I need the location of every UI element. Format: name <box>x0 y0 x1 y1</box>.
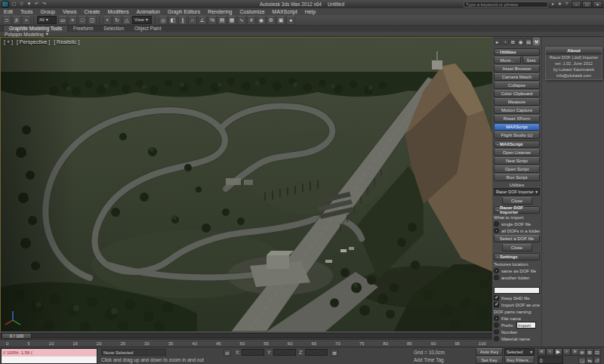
next-frame-icon[interactable]: › <box>562 348 571 356</box>
save-file-icon[interactable]: ▼ <box>26 1 32 8</box>
settings-rollout-header[interactable]: - Settings <box>494 253 540 261</box>
maxscript-rollout-header[interactable]: - MAXScript <box>494 140 540 148</box>
infocenter-search-input[interactable] <box>464 2 548 8</box>
importer-close-button[interactable]: Close <box>502 244 532 251</box>
3ds-max-logo[interactable] <box>2 1 9 8</box>
utility-color-clipboard-button[interactable]: Color Clipboard <box>494 90 540 97</box>
importer-rollout-header[interactable]: - Racer DOF Importer <box>494 206 540 214</box>
snaps-toggle-icon[interactable]: ∩ <box>188 16 197 25</box>
key-filters-button[interactable]: Key Filters... <box>504 356 535 364</box>
rendered-frame-window-icon[interactable]: ▣ <box>276 16 285 25</box>
utilities-rollout-header[interactable]: - Utilities <box>494 48 540 56</box>
zoom-all-icon[interactable]: ⊞ <box>586 348 593 356</box>
mirror-icon[interactable]: ◧ <box>168 16 177 25</box>
menu-item[interactable]: Graph Editors <box>164 8 204 15</box>
open-listener-button[interactable]: Open Listener <box>494 149 540 156</box>
utility-reset-xform-button[interactable]: Reset XForm <box>494 115 540 122</box>
select-and-scale-icon[interactable]: △ <box>122 16 131 25</box>
viewport-general-menu[interactable]: [ + ] <box>4 39 13 45</box>
time-slider[interactable]: 0 / 100 <box>0 332 492 339</box>
utility-dropdown[interactable]: Racer DOF Importer ▾ <box>494 188 540 196</box>
hierarchy-tab[interactable]: ⊞ <box>510 38 516 45</box>
named-selection-sets-icon[interactable]: ▤ <box>217 16 226 25</box>
maxscript-close-button[interactable]: Close <box>502 197 532 205</box>
field-of-view-icon[interactable]: ◲ <box>578 356 586 364</box>
about-email[interactable]: info@plukasik.com <box>546 72 602 79</box>
modify-tab[interactable]: ◔ <box>501 38 508 45</box>
select-and-rotate-icon[interactable]: ↻ <box>112 16 122 25</box>
run-script-button[interactable]: Run Script <box>494 174 540 181</box>
radio-all-dofs[interactable]: all DOFs in a folder <box>494 227 540 234</box>
menu-item[interactable]: MAXScript <box>269 8 301 15</box>
redo-icon[interactable]: ↷ <box>41 1 48 8</box>
menu-item[interactable]: Rendering <box>204 8 236 15</box>
undo-icon[interactable]: ↶ <box>33 1 40 8</box>
utility-collapse-button[interactable]: Collapse <box>494 82 540 89</box>
zoom-extents-icon[interactable]: ⊡ <box>593 348 601 356</box>
radio-prefix[interactable]: Prefix: <box>494 322 540 329</box>
previous-frame-icon[interactable]: ‹ <box>546 348 554 356</box>
current-frame-field[interactable] <box>538 356 563 364</box>
curve-editor-icon[interactable]: ∿ <box>237 16 246 25</box>
select-object-icon[interactable]: ▭ <box>58 16 67 25</box>
bind-to-spacewarp-icon[interactable]: ≈ <box>22 16 31 25</box>
menu-item[interactable]: Modifiers <box>103 8 132 15</box>
rectangular-selection-icon[interactable]: □ <box>78 16 87 25</box>
utility-sets-button[interactable]: Sets <box>522 57 540 64</box>
menu-item[interactable]: Tools <box>17 8 36 15</box>
select-dof-file-button[interactable]: Select a DOF file <box>494 235 540 242</box>
key-mode-dropdown[interactable]: Selected ▾ <box>504 348 535 356</box>
radio-material-name[interactable]: Material name <box>494 335 540 342</box>
time-slider-handle[interactable]: 0 / 100 <box>2 333 32 339</box>
utilities-tab[interactable]: ⚒ <box>533 38 540 45</box>
maximize-button[interactable]: □ <box>582 1 592 8</box>
unlink-selection-icon[interactable]: ⊅ <box>12 16 21 25</box>
new-script-button[interactable]: New Script <box>494 157 540 165</box>
select-and-move-icon[interactable]: + <box>103 16 112 25</box>
minimize-button[interactable]: – <box>572 1 581 8</box>
set-key-button[interactable]: Set Key <box>476 356 503 364</box>
open-script-button[interactable]: Open Script <box>494 165 540 173</box>
motion-tab[interactable]: ◉ <box>517 38 524 45</box>
display-tab[interactable]: ▤ <box>525 38 532 45</box>
go-to-start-icon[interactable]: « <box>538 348 546 356</box>
menu-item[interactable]: Create <box>80 8 103 15</box>
percent-snap-icon[interactable]: % <box>208 16 217 25</box>
keep-shd-checkbox[interactable]: Keep SHD file <box>494 295 540 301</box>
zoom-icon[interactable]: ⊕ <box>578 348 586 356</box>
align-icon[interactable]: ∥ <box>178 16 187 25</box>
maxscript-mini-listener[interactable]: // 100%: 1,56 ( <box>1 348 97 364</box>
import-one-object-checkbox[interactable]: Import DOF as one object. <box>494 301 540 308</box>
mini-listener-macro-line[interactable]: // 100%: 1,56 ( <box>2 349 97 356</box>
add-time-tag[interactable]: Add Time Tag <box>414 357 444 362</box>
render-setup-icon[interactable]: ⚙ <box>267 16 276 25</box>
utility-maxscript-button[interactable]: MAXScript <box>494 123 540 131</box>
utility-flight-studio-button[interactable]: Flight Studio (c) <box>494 131 540 139</box>
crossing-selection-icon[interactable]: ◫ <box>88 16 97 25</box>
pan-icon[interactable]: ⇆ <box>586 356 593 364</box>
mini-listener-script-line[interactable] <box>2 356 97 363</box>
time-slider-track[interactable] <box>1 333 492 338</box>
radio-another-folder[interactable]: another folder: <box>494 274 540 281</box>
angle-snap-icon[interactable]: ∠ <box>198 16 207 25</box>
favorites-star-icon[interactable]: ★ <box>556 1 563 8</box>
menu-item[interactable]: Help <box>301 8 319 15</box>
selection-filter-dropdown[interactable]: All ▾ <box>37 16 57 24</box>
help-icon[interactable]: ? <box>563 1 570 8</box>
close-button[interactable]: × <box>593 1 602 8</box>
menu-item[interactable]: Animation <box>133 8 164 15</box>
viewport-pov-menu[interactable]: [ Perspective ] <box>17 39 50 45</box>
material-editor-icon[interactable]: ◉ <box>257 16 266 25</box>
utility-motion-capture-button[interactable]: Motion Capture <box>494 106 540 114</box>
use-pivot-center-icon[interactable]: ◎ <box>159 16 168 25</box>
more-utilities-button[interactable]: More... <box>494 57 521 64</box>
z-coordinate-field[interactable] <box>305 349 328 356</box>
radio-number[interactable]: Number <box>494 329 540 335</box>
play-icon[interactable]: ▶ <box>554 348 562 356</box>
ribbon-tab[interactable]: Object Paint <box>129 26 166 32</box>
select-by-name-icon[interactable]: ≡ <box>68 16 77 25</box>
prefix-field[interactable] <box>516 322 536 329</box>
absolute-mode-toggle[interactable]: ⊞ <box>331 349 338 356</box>
reference-coordinate-dropdown[interactable]: View ▾ <box>132 16 152 24</box>
open-file-icon[interactable]: ▽ <box>18 1 25 8</box>
